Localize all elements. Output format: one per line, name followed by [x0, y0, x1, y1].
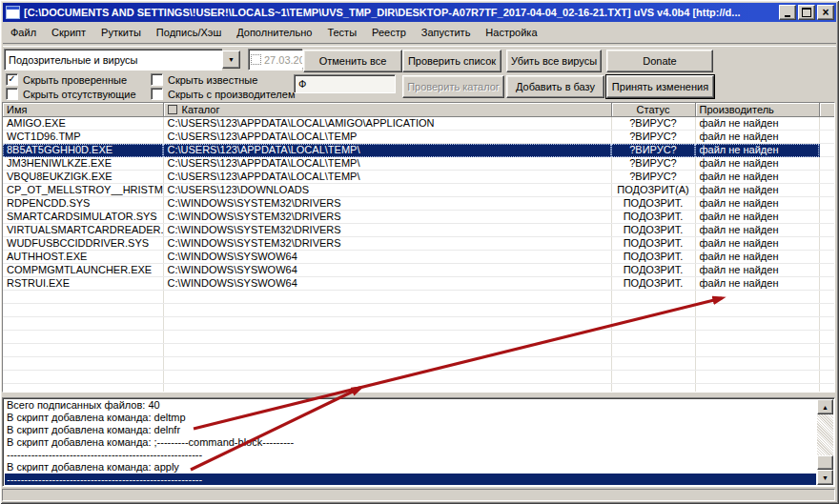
column-header-status[interactable]: Статус [611, 103, 695, 117]
apply-changes-button[interactable]: Принять изменения [606, 75, 714, 98]
column-header-name[interactable]: Имя [3, 103, 163, 117]
log-line: В скрипт добавлена команда: apply [5, 461, 816, 474]
filter-input-value: Ф [298, 78, 306, 90]
log-scrollbar[interactable]: ▲ ▼ [817, 399, 833, 485]
cell-x [819, 251, 834, 264]
table-row[interactable]: VBQU8EUKZIGK.EXEC:\USERS\123\APPDATA\LOC… [3, 171, 834, 184]
cell-status: ПОДОЗРИТ. [611, 211, 695, 224]
cell-vendor [695, 317, 819, 331]
table-row[interactable]: VIRTUALSMARTCARDREADER....C:\WINDOWS\SYS… [3, 224, 834, 237]
cell-x [819, 237, 834, 251]
cell-path: C:\USERS\123\APPDATA\LOCAL\TEMP\ [163, 171, 611, 184]
menu-bar: ФайлСкриптРуткитыПодпись/ХэшДополнительн… [3, 23, 836, 42]
table-empty-row [3, 371, 834, 384]
cell-vendor: файл не найден [695, 144, 819, 157]
cell-x [819, 117, 834, 131]
combobox-value: Подозрительные и вирусы [4, 49, 222, 71]
menu-item-4[interactable]: Подпись/Хэш [149, 25, 229, 40]
cell-status: ?ВИРУС? [611, 144, 695, 157]
table-row[interactable]: AUTHHOST.EXEC:\WINDOWS\SYSWOW64ПОДОЗРИТ.… [3, 251, 834, 264]
cell-x [819, 131, 834, 144]
cell-vendor: файл не найден [695, 264, 819, 277]
cell-x [819, 197, 834, 211]
scroll-up-button[interactable]: ▲ [817, 399, 833, 414]
cell-name: VIRTUALSMARTCARDREADER.... [3, 224, 163, 237]
hide-missing-checkbox[interactable]: Скрыть отсутствующие [6, 88, 136, 100]
log-panel: Всего подписанных файлов: 40В скрипт доб… [2, 397, 835, 487]
cell-path [163, 357, 611, 371]
table-row[interactable]: WUDFUSBCCIDDRIVER.SYSC:\WINDOWS\SYSTEM32… [3, 237, 834, 251]
column-header-path[interactable]: Каталог [163, 103, 611, 117]
checkbox-label: Скрыть проверенные [23, 74, 127, 86]
cell-name: COMPMGMTLAUNCHER.EXE [3, 264, 163, 277]
table-row[interactable]: RSTRUI.EXEC:\WINDOWS\SYSWOW64ПОДОЗРИТ.фа… [3, 277, 834, 291]
maximize-button[interactable] [798, 5, 815, 20]
menu-item-3[interactable]: Руткиты [93, 25, 149, 40]
cancel-all-button[interactable]: Отменить все [303, 50, 402, 72]
checkbox-icon [168, 105, 177, 114]
date-checkbox-icon[interactable] [251, 54, 261, 65]
cell-name: RDPENCDD.SYS [3, 197, 163, 211]
table-row[interactable]: RDPENCDD.SYSC:\WINDOWS\SYSTEM32\DRIVERSП… [3, 197, 834, 211]
checkbox-label: Скрыть известные [168, 74, 257, 86]
cell-x [819, 331, 834, 344]
hide-checked-checkbox[interactable]: ✓Скрыть проверенные [6, 73, 127, 86]
table-empty-row [3, 357, 834, 371]
menu-item-2[interactable]: Скрипт [44, 25, 93, 40]
cell-name [3, 317, 163, 331]
cell-vendor [695, 384, 819, 393]
check-list-button[interactable]: Проверить список [402, 50, 501, 72]
app-icon [6, 6, 20, 19]
hide-known-checkbox[interactable]: Скрыть известные [151, 73, 257, 86]
menu-item-8[interactable]: Запустить [414, 25, 479, 40]
table-row[interactable]: WCT1D96.TMPC:\USERS\123\APPDATA\LOCAL\TE… [3, 131, 834, 144]
combobox-dropdown-button[interactable]: ▼ [222, 50, 240, 69]
close-button[interactable]: × [817, 5, 834, 20]
cell-x [819, 371, 834, 384]
cell-x [819, 144, 834, 157]
chevron-down-icon: ▼ [228, 56, 235, 63]
add-to-base-button[interactable]: Добавить в базу [506, 75, 604, 98]
cell-status [611, 291, 695, 304]
cell-vendor: файл не найден [695, 131, 819, 144]
app-window: [C:\DOCUMENTS AND SETTINGS\!USER!\LOCALS… [0, 0, 839, 504]
donate-button[interactable]: Donate [606, 50, 713, 72]
cell-path: C:\WINDOWS\SYSWOW64 [163, 264, 611, 277]
table-row[interactable]: SMARTCARDSIMULATOR.SYSC:\WINDOWS\SYSTEM3… [3, 211, 834, 224]
table-empty-row [3, 344, 834, 357]
menu-item-7[interactable]: Реестр [364, 25, 414, 40]
menu-item-9[interactable]: Настройка [478, 25, 544, 40]
menu-item-6[interactable]: Тесты [319, 25, 364, 40]
log-selected-line[interactable]: ----------------------------------------… [5, 474, 816, 485]
menu-item-1[interactable]: Файл [3, 25, 44, 40]
kill-all-viruses-button[interactable]: Убить все вирусы [506, 50, 602, 72]
minimize-button[interactable] [779, 5, 796, 20]
table-row[interactable]: CP_OT_MELLSTROY__HRISTM...C:\USERS\123\D… [3, 184, 834, 197]
table-row[interactable]: 8B5AT5GGHH0D.EXEC:\USERS\123\APPDATA\LOC… [3, 144, 834, 157]
cell-x [819, 384, 834, 393]
filter-combobox[interactable]: Подозрительные и вирусы ▼ [4, 50, 240, 70]
cell-x [819, 277, 834, 291]
menu-item-5[interactable]: Дополнительно [229, 25, 319, 40]
log-line: В скрипт добавлена команда: delnfr [5, 424, 816, 436]
cell-vendor [695, 304, 819, 317]
cell-x [819, 224, 834, 237]
table-row[interactable]: COMPMGMTLAUNCHER.EXEC:\WINDOWS\SYSWOW64П… [3, 264, 834, 277]
scroll-down-button[interactable]: ▼ [817, 470, 833, 485]
column-header-vendor[interactable]: Производитель [695, 103, 819, 117]
cell-name [3, 331, 163, 344]
cell-vendor: файл не найден [695, 184, 819, 197]
cell-path [163, 384, 611, 393]
filter-input[interactable]: Ф [294, 74, 396, 93]
table-row[interactable]: JM3HENIWLKZE.EXEC:\USERS\123\APPDATA\LOC… [3, 157, 834, 171]
table-row[interactable]: AMIGO.EXEC:\USERS\123\APPDATA\LOCAL\AMIG… [3, 117, 834, 131]
cell-status: ?ВИРУС? [611, 157, 695, 171]
cell-x [819, 344, 834, 357]
cell-vendor: файл не найден [695, 171, 819, 184]
cell-status [611, 344, 695, 357]
log-line: ----------------------------------------… [5, 449, 816, 461]
scrollbar-thumb[interactable] [817, 455, 833, 470]
hide-with-vendor-checkbox[interactable]: Скрыть с производителем [151, 88, 295, 100]
cell-vendor [695, 357, 819, 371]
cell-x [819, 211, 834, 224]
